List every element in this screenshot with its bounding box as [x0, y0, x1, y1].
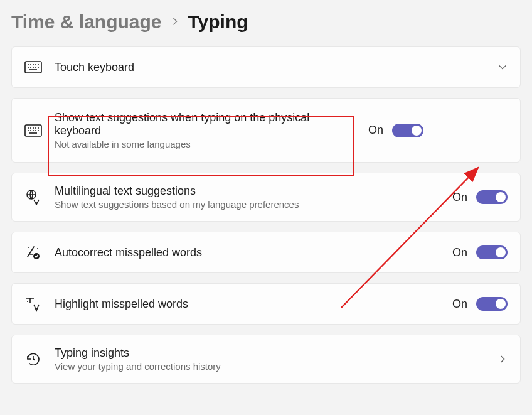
card-subtitle: Show text suggestions based on my langua… [55, 199, 440, 210]
chevron-right-icon [497, 354, 508, 364]
keyboard-icon [24, 58, 42, 76]
card-title: Autocorrect misspelled words [55, 246, 440, 259]
page-title: Typing [188, 11, 248, 33]
card-highlight-misspelled: Highlight misspelled words On [11, 283, 521, 325]
card-touch-keyboard[interactable]: Touch keyboard [11, 46, 521, 88]
toggle-text-suggestions[interactable] [392, 124, 423, 137]
card-title: Multilingual text suggestions [55, 185, 440, 198]
svg-point-25 [28, 247, 29, 248]
highlight-text-icon [24, 295, 42, 313]
card-title: Highlight misspelled words [55, 298, 440, 311]
toggle-highlight[interactable] [476, 297, 508, 311]
toggle-state-label: On [452, 298, 467, 311]
card-typing-insights[interactable]: Typing insights View your typing and cor… [11, 335, 521, 384]
chevron-right-icon [171, 16, 179, 29]
toggle-autocorrect[interactable] [476, 245, 508, 259]
keyboard-icon [24, 122, 42, 139]
toggle-state-label: On [368, 124, 383, 137]
breadcrumb: Time & language Typing [0, 0, 532, 46]
card-subtitle: View your typing and corrections history [55, 361, 485, 372]
toggle-state-label: On [452, 191, 467, 204]
chevron-down-icon [497, 62, 508, 72]
card-autocorrect: Autocorrect misspelled words On [11, 232, 521, 273]
history-icon [24, 350, 42, 368]
settings-cards: Touch keyboard Show text suggestions whe… [0, 46, 532, 384]
toggle-state-label: On [452, 246, 467, 259]
svg-point-26 [37, 248, 38, 249]
card-text-suggestions: Show text suggestions when typing on the… [11, 98, 521, 163]
globe-translate-icon [24, 188, 42, 206]
card-title: Typing insights [55, 347, 485, 360]
toggle-multilingual[interactable] [476, 190, 508, 204]
breadcrumb-parent[interactable]: Time & language [11, 11, 162, 33]
autocorrect-icon [24, 244, 42, 261]
card-multilingual-suggestions: Multilingual text suggestions Show text … [11, 173, 521, 222]
card-title: Touch keyboard [55, 61, 485, 74]
card-title: Show text suggestions when typing on the… [55, 111, 356, 137]
card-subtitle: Not available in some languages [55, 139, 356, 149]
